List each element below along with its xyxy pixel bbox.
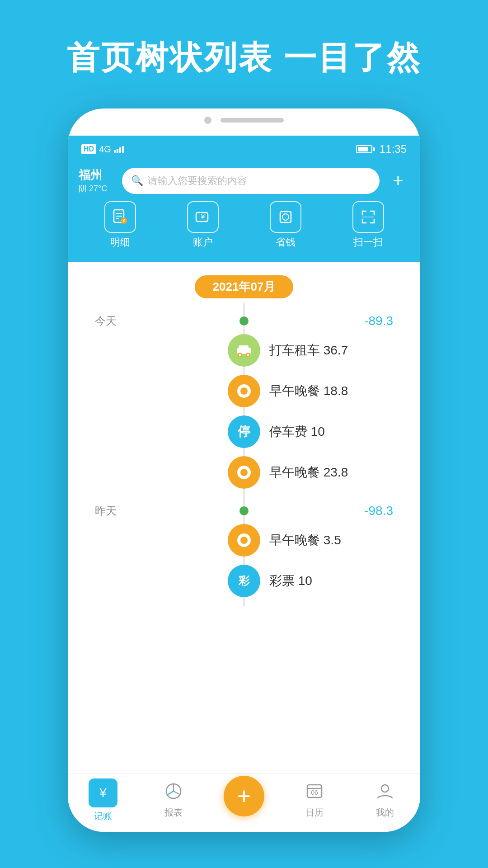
page-title: 首页树状列表 一目了然	[0, 0, 488, 80]
bnav-wode[interactable]: 我的	[350, 782, 420, 819]
app-header: 福州 阴 27°C 🔍 请输入您要搜索的内容 +	[68, 163, 420, 262]
yesterday-label: 昨天	[95, 504, 117, 518]
svg-text:¥: ¥	[200, 213, 205, 221]
nav-icon-mingxi[interactable]: ¥ 明细	[79, 201, 161, 249]
yesterday-amount: -98.3	[364, 504, 393, 518]
food-icon-3	[228, 524, 260, 557]
list-item[interactable]: 停 停车费 10	[68, 411, 420, 452]
location-city: 福州	[79, 167, 115, 183]
network-badge: 4G	[99, 144, 111, 155]
status-right: 11:35	[356, 143, 407, 156]
bnav-baobiao-label: 报表	[164, 807, 183, 819]
saoyisao-icon	[352, 201, 384, 233]
today-label: 今天	[95, 314, 117, 328]
list-item[interactable]: 早午晚餐 23.8	[68, 452, 420, 493]
status-bar: HD 4G 11:35	[68, 136, 420, 163]
bnav-rili-label: 日历	[305, 807, 324, 819]
parking-icon: 停	[228, 415, 260, 448]
car-icon	[228, 334, 260, 367]
location-weather: 阴 27°C	[79, 183, 115, 194]
search-box[interactable]: 🔍 请输入您要搜索的内容	[122, 168, 380, 194]
today-row: 今天 -89.3	[68, 316, 420, 326]
phone-mockup: HD 4G 11:35	[68, 108, 420, 832]
today-dot	[239, 316, 249, 326]
today-amount: -89.3	[364, 314, 393, 328]
location-info: 福州 阴 27°C	[79, 167, 115, 194]
baobiao-icon	[164, 782, 183, 804]
nav-icon-saoyisao[interactable]: 扫一扫	[327, 201, 409, 249]
list-item[interactable]: 早午晚餐 3.5	[68, 520, 420, 561]
svg-rect-8	[280, 212, 291, 222]
phone-camera	[204, 117, 211, 124]
phone-top-bar	[204, 108, 284, 124]
nav-icon-zhanghu[interactable]: ¥ 账户	[161, 201, 244, 249]
signal-bars	[114, 146, 124, 153]
add-center-button[interactable]: +	[224, 776, 264, 816]
rili-icon: 06	[305, 782, 324, 804]
wode-icon	[376, 782, 394, 804]
timeline: 今天 -89.3	[68, 303, 420, 606]
nav-icon-shengqian[interactable]: 省钱	[244, 201, 327, 249]
battery-icon	[356, 145, 375, 153]
svg-point-21	[381, 785, 389, 792]
svg-text:¥: ¥	[122, 218, 125, 223]
search-placeholder-text: 请输入您要搜索的内容	[148, 174, 247, 188]
list-item[interactable]: 早午晚餐 18.8	[68, 371, 420, 411]
food-icon-2	[228, 456, 260, 489]
nav-icons-row: ¥ 明细 ¥ 账户	[79, 194, 409, 253]
food-icon	[228, 375, 260, 407]
list-item[interactable]: 彩 彩票 10	[68, 561, 420, 601]
lottery-icon: 彩	[228, 565, 260, 597]
svg-rect-9	[282, 214, 289, 220]
zhanghu-label: 账户	[193, 236, 213, 249]
tx-label: 早午晚餐 18.8	[269, 382, 348, 400]
svg-text:06: 06	[311, 789, 318, 796]
month-badge-row: 2021年07月	[68, 262, 420, 303]
tx-label: 停车费 10	[269, 423, 325, 440]
bnav-wode-label: 我的	[376, 807, 394, 819]
hd-badge: HD	[81, 144, 96, 154]
tx-label: 早午晚餐 23.8	[269, 464, 348, 481]
bnav-jizhang-label: 记账	[94, 810, 112, 822]
tx-label: 打车租车 36.7	[269, 342, 348, 359]
bnav-add[interactable]: +	[209, 785, 279, 816]
bnav-rili[interactable]: 06 日历	[279, 782, 350, 819]
yesterday-dot	[239, 506, 249, 515]
status-left: HD 4G	[81, 144, 124, 155]
shengqian-icon	[270, 201, 301, 233]
tx-label: 早午晚餐 3.5	[269, 532, 341, 549]
jizhang-icon: ¥	[89, 778, 117, 807]
list-item[interactable]: 打车租车 36.7	[68, 330, 420, 371]
svg-point-14	[239, 354, 241, 356]
main-content: 2021年07月 今天 -89.3	[68, 262, 420, 759]
bnav-jizhang[interactable]: ¥ 记账	[68, 778, 138, 822]
zhanghu-icon: ¥	[187, 201, 219, 233]
mingxi-icon: ¥	[104, 201, 136, 233]
svg-point-16	[247, 354, 249, 356]
page-background: 首页树状列表 一目了然 HD 4G	[0, 0, 488, 868]
month-badge: 2021年07月	[195, 275, 294, 298]
shengqian-label: 省钱	[276, 236, 296, 249]
add-center-icon: +	[237, 783, 251, 810]
saoyisao-label: 扫一扫	[353, 236, 383, 249]
mingxi-label: 明细	[110, 236, 130, 249]
add-button[interactable]: +	[387, 170, 409, 191]
tx-label: 彩票 10	[269, 572, 312, 590]
bottom-nav: ¥ 记账 报表	[68, 773, 420, 832]
phone-speaker	[221, 118, 284, 123]
svg-rect-12	[239, 345, 249, 350]
status-time: 11:35	[380, 143, 407, 156]
search-icon: 🔍	[131, 175, 143, 187]
bnav-baobiao[interactable]: 报表	[138, 782, 209, 819]
yesterday-row: 昨天 -98.3	[68, 506, 420, 515]
